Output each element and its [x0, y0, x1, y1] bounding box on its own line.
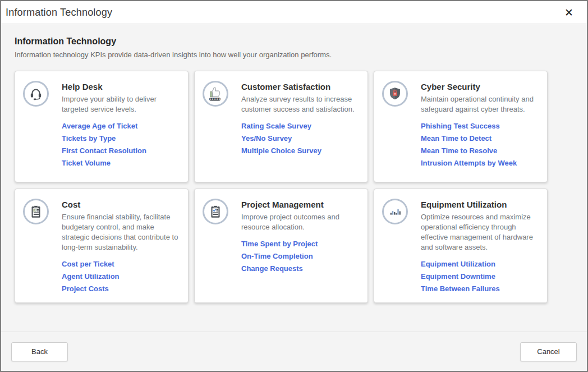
card-content: Equipment Utilization Optimize resources… — [421, 199, 538, 292]
kpi-link-list: Rating Scale Survey Yes/No Survey Multip… — [241, 122, 359, 154]
card-equipment-utilization: Equipment Utilization Optimize resources… — [374, 189, 548, 303]
card-title: Cost — [62, 200, 179, 209]
card-description: Improve project outcomes and resource al… — [241, 212, 359, 232]
kpi-link[interactable]: Cost per Ticket — [62, 260, 179, 268]
kpi-link[interactable]: Equipment Utilization — [421, 260, 538, 268]
card-customer-satisfaction: ★★★★★ Customer Satisfaction Analyze surv… — [194, 71, 368, 182]
card-title: Customer Satisfaction — [241, 82, 359, 91]
thumbs-up-rating-icon: ★★★★★ — [203, 81, 228, 107]
card-cyber-security: Cyber Security Maintain operational cont… — [374, 71, 548, 182]
card-content: Cyber Security Maintain operational cont… — [421, 81, 538, 167]
clipboard-check-icon — [203, 199, 228, 224]
card-content: Customer Satisfaction Analyze survey res… — [241, 81, 359, 154]
kpi-link[interactable]: Project Costs — [62, 285, 179, 292]
dialog-footer: Back Cancel — [1, 332, 587, 371]
card-content: Cost Ensure financial stability, facilit… — [62, 199, 179, 292]
kpi-link[interactable]: On-Time Completion — [241, 252, 359, 260]
card-title: Help Desk — [62, 82, 179, 91]
card-project-management: Project Management Improve project outco… — [194, 189, 368, 303]
kpi-link[interactable]: Rating Scale Survey — [241, 122, 359, 130]
kpi-link[interactable]: Agent Utilization — [62, 273, 179, 280]
kpi-link[interactable]: Mean Time to Detect — [421, 135, 538, 142]
kpi-link[interactable]: Multiple Choice Survey — [241, 147, 359, 154]
kpi-link[interactable]: Intrusion Attempts by Week — [421, 159, 538, 167]
kpi-link-list: Time Spent by Project On-Time Completion… — [241, 240, 359, 272]
kpi-link[interactable]: Mean Time to Resolve — [421, 147, 538, 154]
information-technology-dialog: Information Technology ✕ Information Tec… — [0, 0, 588, 372]
kpi-link[interactable]: Equipment Downtime — [421, 273, 538, 280]
page-subtitle: Information technology KPIs provide data… — [15, 50, 573, 59]
kpi-link-list: Equipment Utilization Equipment Downtime… — [421, 260, 538, 292]
kpi-card-grid: Help Desk Improve your ability to delive… — [15, 71, 573, 303]
card-description: Improve your ability to deliver targeted… — [62, 94, 179, 114]
shield-lock-icon — [382, 81, 408, 107]
card-description: Ensure financial stability, facilitate b… — [62, 212, 179, 252]
cancel-button[interactable]: Cancel — [520, 342, 577, 361]
kpi-link[interactable]: Time Spent by Project — [241, 240, 359, 247]
headset-icon — [23, 81, 49, 107]
card-help-desk: Help Desk Improve your ability to delive… — [15, 71, 189, 182]
kpi-link[interactable]: Average Age of Ticket — [62, 122, 179, 130]
card-content: Help Desk Improve your ability to delive… — [62, 81, 179, 167]
kpi-link[interactable]: Ticket Volume — [62, 159, 179, 167]
clipboard-dollar-icon: $ — [23, 199, 49, 224]
kpi-link[interactable]: First Contact Resolution — [62, 147, 179, 154]
back-button[interactable]: Back — [11, 342, 68, 361]
kpi-link[interactable]: Time Between Failures — [421, 285, 538, 292]
card-description: Maintain operational continuity and safe… — [421, 94, 538, 114]
close-icon[interactable]: ✕ — [561, 5, 577, 20]
card-title: Cyber Security — [421, 82, 538, 91]
page-title: Information Technology — [15, 36, 573, 47]
kpi-link-list: Average Age of Ticket Tickets by Type Fi… — [62, 122, 179, 167]
bar-chart-icon — [382, 199, 408, 224]
card-title: Equipment Utilization — [421, 200, 538, 209]
kpi-link[interactable]: Yes/No Survey — [241, 135, 359, 142]
kpi-link-list: Cost per Ticket Agent Utilization Projec… — [62, 260, 179, 292]
kpi-link[interactable]: Phishing Test Success — [421, 122, 538, 130]
svg-text:★★★★★: ★★★★★ — [209, 98, 221, 100]
kpi-link-list: Phishing Test Success Mean Time to Detec… — [421, 122, 538, 167]
dialog-titlebar: Information Technology ✕ — [1, 1, 587, 24]
kpi-link[interactable]: Change Requests — [241, 265, 359, 272]
dialog-title: Information Technology — [6, 7, 112, 19]
card-description: Analyze survey results to increase custo… — [241, 94, 359, 114]
card-content: Project Management Improve project outco… — [241, 199, 359, 272]
kpi-link[interactable]: Tickets by Type — [62, 135, 179, 142]
dialog-body: Information Technology Information techn… — [1, 24, 587, 332]
card-cost: $ Cost Ensure financial stability, facil… — [15, 189, 189, 303]
card-description: Optimize resources and maximize operatio… — [421, 212, 538, 252]
card-title: Project Management — [241, 200, 359, 209]
